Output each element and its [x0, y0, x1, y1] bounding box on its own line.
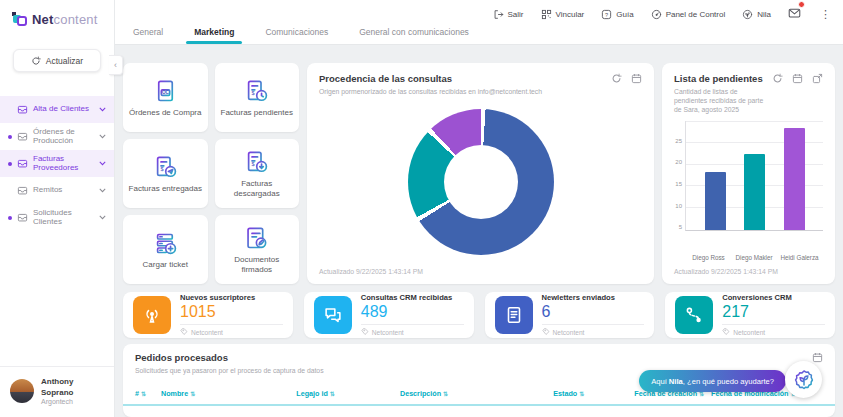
tile-cargar-ticket[interactable]: Cargar ticket — [123, 215, 208, 284]
y-tick: 10 — [675, 203, 682, 209]
donut-chart[interactable] — [408, 109, 554, 255]
tab-comunicaciones[interactable]: Comunicaciones — [263, 21, 330, 44]
stat-newletters-enviados[interactable]: Newletters enviados 6 Netcontent — [485, 292, 655, 338]
sidebar-item-solicitudes-clientes[interactable]: Solicitudes Clientes — [0, 204, 114, 231]
nila-message: Aquí Nila, ¿en qué puedo ayudarte? — [651, 377, 774, 386]
notification-dot — [8, 216, 12, 220]
sidebar-collapse-button[interactable]: ‹ — [109, 55, 123, 75]
tray-icon — [17, 185, 28, 196]
stat-tag: Netcontent — [361, 328, 464, 336]
stat-body: Nuevos suscriptores 1015 Netcontent — [180, 293, 283, 336]
stat-consultas-crm[interactable]: Consultas CRM recibidas 489 Netcontent — [304, 292, 474, 338]
stat-tag: Netcontent — [722, 328, 825, 336]
nila-chat-bubble[interactable]: Aquí Nila, ¿en qué puedo ayudarte? — [639, 370, 786, 392]
user-profile[interactable]: Anthony Soprano Argontech — [0, 366, 114, 417]
calendar-icon[interactable] — [792, 73, 803, 84]
stat-body: Consultas CRM recibidas 489 Netcontent — [361, 293, 464, 336]
tile-facturas-entregadas[interactable]: $ Facturas entregadas — [123, 139, 208, 208]
sidebar-item-facturas-proveedores[interactable]: Facturas Proveedores — [0, 150, 114, 177]
bar[interactable] — [784, 128, 805, 229]
row-widgets: OC Órdenes de Compra $ Facturas pendient… — [123, 63, 835, 284]
logout-button[interactable]: Salir — [493, 9, 524, 20]
broadcast-icon — [133, 296, 171, 334]
tab-general-con-comunicaciones[interactable]: General con comunicaciones — [357, 21, 471, 44]
sidebar-item-ordenes-de-produccion[interactable]: Órdenes de Producción — [0, 123, 114, 150]
bar[interactable] — [744, 154, 765, 229]
newsletter-icon — [495, 296, 533, 334]
stat-body: Newletters enviados 6 Netcontent — [542, 293, 645, 336]
bar[interactable] — [705, 172, 726, 230]
sidebar-item-alta-de-clientes[interactable]: Alta de Clientes — [0, 96, 114, 123]
tile-documentos-firmados[interactable]: Documentos firmados — [215, 215, 300, 284]
divider — [542, 324, 645, 325]
sidebar-item-label: Órdenes de Producción — [33, 128, 94, 146]
chevron-down-icon — [99, 188, 106, 193]
tray-icon — [17, 158, 28, 169]
help-icon: ? — [601, 9, 612, 20]
chat-icon — [314, 296, 352, 334]
tab-marketing[interactable]: Marketing — [192, 21, 236, 44]
nila-menu-button[interactable]: Nila — [742, 9, 771, 20]
sidebar-item-label: Alta de Clientes — [33, 105, 94, 114]
stat-label: Conversiones CRM — [722, 293, 825, 302]
refresh-button[interactable]: Actualizar — [13, 49, 101, 72]
tile-facturas-descargadas[interactable]: $ Facturas descargadas — [215, 139, 300, 208]
updated-timestamp: Actualizado 9/22/2025 1:43:14 PM — [662, 268, 835, 284]
card-actions — [611, 73, 642, 84]
vincular-button[interactable]: Vincular — [541, 9, 585, 20]
logo-icon — [12, 12, 27, 27]
route-icon — [675, 296, 713, 334]
action-label: Guía — [616, 10, 633, 19]
export-icon[interactable] — [812, 73, 823, 84]
sidebar-item-remitos[interactable]: Remitos — [0, 177, 114, 204]
nila-assistant-button[interactable] — [785, 361, 822, 398]
sort-icon: ⇅ — [579, 390, 584, 397]
tray-icon — [17, 212, 28, 223]
avatar — [10, 379, 34, 403]
stat-conversiones-crm[interactable]: Conversiones CRM 217 Netcontent — [665, 292, 835, 338]
notifications-button[interactable] — [788, 5, 801, 23]
purchase-order-icon: OC — [152, 78, 179, 105]
column-header-estado[interactable]: Estado⇅ — [553, 389, 634, 398]
column-header-legajo-id[interactable]: Legajo id⇅ — [296, 389, 400, 398]
row-stats: Nuevos suscriptores 1015 Netcontent Cons… — [123, 292, 835, 338]
tile-label: Cargar ticket — [143, 260, 188, 270]
divider — [722, 324, 825, 325]
pendientes-card-titles: Lista de pendientes Cantidad de listas d… — [674, 73, 770, 115]
calendar-icon[interactable] — [812, 352, 823, 363]
card-title: Lista de pendientes — [674, 73, 770, 84]
guia-button[interactable]: ? Guía — [601, 9, 633, 20]
tab-general[interactable]: General — [131, 21, 165, 44]
user-company: Argontech — [41, 398, 104, 405]
consultas-card-header: Procedencia de las consultas Origen porm… — [307, 63, 654, 96]
refresh-icon[interactable] — [611, 73, 622, 84]
plot-area — [685, 121, 823, 231]
stat-nuevos-suscriptores[interactable]: Nuevos suscriptores 1015 Netcontent — [123, 292, 293, 338]
x-label: Heidi Galerza — [778, 253, 822, 262]
invoice-download-icon: $ — [243, 149, 270, 176]
tile-ordenes-de-compra[interactable]: OC Órdenes de Compra — [123, 63, 208, 132]
refresh-icon[interactable] — [772, 73, 783, 84]
kebab-menu-icon[interactable]: ⋮ — [818, 8, 833, 21]
sidebar-nav: Alta de Clientes Órdenes de Producción F… — [0, 96, 114, 231]
divider — [361, 324, 464, 325]
panel-de-control-button[interactable]: Panel de Control — [651, 9, 726, 20]
main-area: Salir Vincular ? Guía Panel de Control N… — [115, 0, 843, 417]
shortcut-tiles: OC Órdenes de Compra $ Facturas pendient… — [123, 63, 299, 284]
action-label: Vincular — [556, 10, 585, 19]
notification-dot — [8, 162, 12, 166]
app-logo: Netcontent — [0, 0, 114, 27]
calendar-icon[interactable] — [631, 73, 642, 84]
ticket-add-icon — [152, 230, 179, 257]
x-label: Diego Ross — [687, 253, 731, 262]
x-label: Diego Makler — [732, 253, 776, 262]
tile-facturas-pendientes[interactable]: $ Facturas pendientes — [215, 63, 300, 132]
sort-icon: ⇅ — [443, 390, 448, 397]
invoice-clock-icon: $ — [243, 78, 270, 105]
tile-label: Órdenes de Compra — [129, 108, 201, 118]
column-header-nombre[interactable]: Nombre⇅ — [161, 389, 296, 398]
tab-bar: General Marketing Comunicaciones General… — [131, 21, 471, 44]
column-header-descripcion[interactable]: Descripción⇅ — [400, 389, 553, 398]
tag-icon — [542, 328, 550, 336]
column-header-num[interactable]: #⇅ — [135, 389, 161, 398]
